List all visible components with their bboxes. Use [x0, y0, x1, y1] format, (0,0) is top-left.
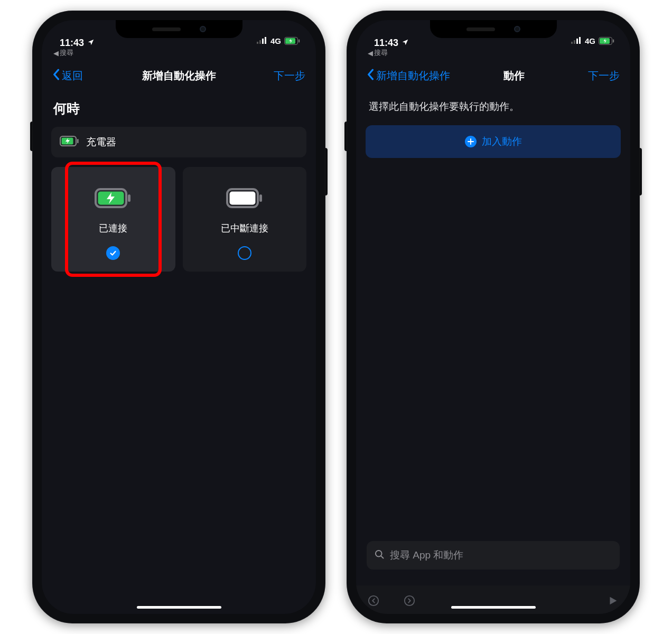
back-to-app[interactable]: ◀ 搜尋 [356, 49, 630, 58]
location-icon [402, 38, 409, 48]
svg-rect-17 [574, 40, 575, 44]
bottom-toolbar [356, 585, 630, 614]
chevron-left-icon: ◀ [53, 49, 59, 57]
svg-rect-16 [571, 42, 573, 44]
option-connected[interactable]: 已連接 [51, 167, 175, 272]
svg-rect-6 [298, 40, 300, 43]
svg-rect-1 [259, 40, 261, 44]
phone-left: 11:43 4G ◀ 搜尋 [32, 11, 325, 623]
nav-bar: 新增自動化操作 動作 下一步 [356, 58, 630, 90]
svg-point-27 [369, 596, 378, 605]
svg-rect-22 [613, 40, 614, 43]
option-disconnected[interactable]: 已中斷連接 [183, 167, 307, 272]
radio-unchecked-icon [238, 246, 251, 260]
location-icon [87, 38, 95, 48]
redo-icon[interactable] [404, 595, 415, 609]
battery-charging-icon [60, 136, 79, 149]
network-label: 4G [585, 36, 595, 45]
screen: 11:43 4G ◀ 搜尋 [356, 20, 630, 614]
signal-icon [257, 35, 267, 46]
add-action-button[interactable]: 加入動作 [366, 125, 621, 158]
signal-icon [571, 35, 582, 46]
trigger-label: 充電器 [86, 135, 116, 149]
svg-rect-9 [77, 139, 79, 143]
search-icon [374, 549, 385, 562]
nav-title: 新增自動化操作 [142, 69, 216, 83]
status-time: 11:43 [60, 38, 84, 48]
battery-charging-icon [284, 37, 300, 45]
section-title: 何時 [51, 98, 306, 117]
chevron-left-icon: ◀ [368, 49, 373, 57]
trigger-row[interactable]: 充電器 [51, 127, 306, 157]
nav-back-button[interactable]: 新增自動化操作 [367, 69, 450, 83]
status-time: 11:43 [374, 38, 398, 48]
nav-back-label: 返回 [62, 69, 83, 83]
chevron-left-icon [367, 69, 374, 83]
chevron-left-icon [52, 69, 60, 83]
svg-rect-18 [576, 39, 578, 44]
svg-line-26 [381, 556, 383, 558]
home-indicator[interactable] [451, 606, 536, 609]
svg-rect-0 [257, 42, 258, 44]
option-label: 已中斷連接 [221, 222, 268, 235]
svg-rect-2 [262, 39, 264, 44]
nav-next-button[interactable]: 下一步 [263, 69, 305, 83]
svg-rect-12 [128, 194, 130, 202]
nav-next-label: 下一步 [588, 69, 620, 83]
home-indicator[interactable] [137, 606, 221, 609]
svg-rect-3 [265, 37, 266, 44]
content: 何時 充電器 已連接 [42, 90, 316, 614]
radio-checked-icon [106, 246, 120, 260]
nav-next-button[interactable]: 下一步 [577, 69, 620, 83]
nav-title: 動作 [503, 69, 525, 83]
plus-circle-icon [465, 136, 477, 147]
search-field[interactable]: 搜尋 App 和動作 [367, 541, 620, 570]
screen: 11:43 4G ◀ 搜尋 [42, 20, 316, 614]
play-icon[interactable] [607, 595, 619, 609]
battery-charging-icon [95, 186, 132, 210]
option-grid: 已連接 已中斷連接 [51, 167, 306, 272]
notch [430, 20, 557, 38]
undo-icon[interactable] [368, 595, 379, 609]
battery-charging-icon [599, 37, 614, 45]
battery-full-icon [226, 186, 263, 210]
option-label: 已連接 [99, 222, 127, 235]
nav-next-label: 下一步 [274, 69, 305, 83]
nav-bar: 返回 新增自動化操作 下一步 [42, 58, 316, 90]
search-placeholder: 搜尋 App 和動作 [390, 548, 463, 562]
prompt-text: 選擇此自動化操作要執行的動作。 [366, 98, 621, 116]
back-to-app[interactable]: ◀ 搜尋 [42, 49, 316, 58]
notch [116, 20, 242, 38]
svg-point-28 [405, 596, 414, 605]
svg-rect-14 [229, 192, 255, 205]
phone-right: 11:43 4G ◀ 搜尋 [347, 11, 640, 623]
nav-back-label: 新增自動化操作 [376, 69, 450, 83]
content: 選擇此自動化操作要執行的動作。 加入動作 搜尋 App 和動作 [356, 90, 630, 614]
svg-rect-19 [579, 37, 581, 44]
network-label: 4G [270, 36, 281, 45]
add-action-label: 加入動作 [482, 135, 522, 148]
svg-rect-15 [259, 194, 262, 202]
nav-back-button[interactable]: 返回 [52, 69, 95, 83]
